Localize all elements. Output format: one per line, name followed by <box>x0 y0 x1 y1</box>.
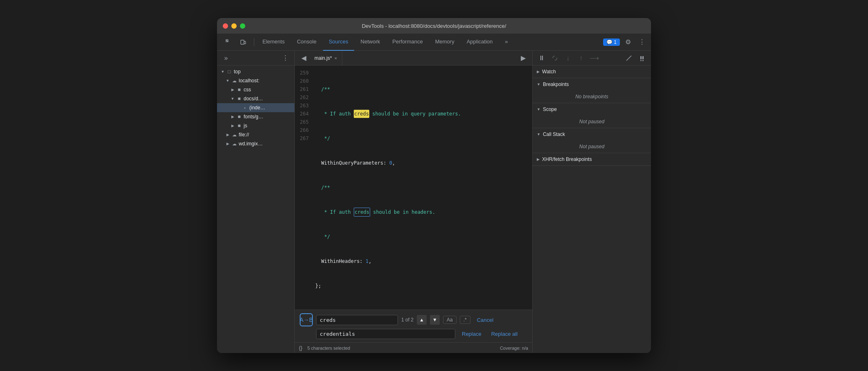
cloud-icon-localhost: ☁ <box>231 77 237 84</box>
tree-arrow-docs: ▼ <box>229 95 236 102</box>
sidebar-label-index: (inde… <box>249 105 265 111</box>
continue-button[interactable]: ⟶ <box>589 53 599 63</box>
pause-button[interactable]: ⏸ <box>537 53 547 63</box>
sidebar-item-fonts[interactable]: ▶ ■ fonts/g… <box>217 112 294 121</box>
find-input[interactable] <box>316 315 398 325</box>
sidebar-item-localhost[interactable]: ▼ ☁ localhost: <box>217 76 294 85</box>
find-replace-bar: A→B 1 of 2 ▲ ▼ Aa .* <box>295 310 532 342</box>
editor-file-tab-label: main.js* <box>314 55 332 61</box>
code-line-267: }; <box>315 282 532 290</box>
find-next-button[interactable]: ▼ <box>430 315 440 325</box>
find-count: 1 of 2 <box>401 317 414 323</box>
sidebar-more-icon[interactable]: » <box>220 52 232 64</box>
close-button[interactable] <box>223 23 228 29</box>
replace-input[interactable] <box>316 329 455 339</box>
device-toolbar-icon[interactable] <box>237 36 249 48</box>
regex-button[interactable]: .* <box>460 316 470 324</box>
status-bar: {} 5 characters selected Coverage: n/a <box>295 342 532 353</box>
tab-application[interactable]: Application <box>461 34 499 51</box>
notification-button[interactable]: 💬 1 <box>603 38 620 46</box>
minimize-button[interactable] <box>231 23 237 29</box>
tab-more[interactable]: » <box>499 34 513 51</box>
replace-button[interactable]: Replace <box>459 329 485 339</box>
sidebar-item-top[interactable]: ▼ □ top <box>217 67 294 76</box>
main-content: » ⋮ ▼ □ top ▼ ☁ localhost: <box>217 51 651 353</box>
sidebar-label-docs: docs/d… <box>244 96 263 102</box>
svg-rect-2 <box>244 41 246 44</box>
sidebar-header: » ⋮ <box>217 51 294 66</box>
curly-braces-icon: {} <box>299 345 303 351</box>
tab-sources[interactable]: Sources <box>323 34 354 51</box>
sidebar-item-file[interactable]: ▶ ☁ file:// <box>217 130 294 139</box>
tree-arrow-file: ▶ <box>224 131 231 138</box>
call-stack-section: ▼ Call Stack Not paused <box>533 128 651 153</box>
tab-bar-divider <box>254 38 254 46</box>
code-area: 259 260 261 262 263 264 265 266 267 /** … <box>295 66 532 310</box>
code-line-259: /** <box>315 85 532 93</box>
breakpoints-arrow-icon: ▼ <box>537 82 540 86</box>
svg-rect-6 <box>642 56 644 59</box>
replace-row: Replace Replace all <box>300 329 527 339</box>
step-out-button[interactable]: ↑ <box>576 53 586 63</box>
editor-nav-icon[interactable]: ◀ <box>298 52 310 64</box>
step-over-button[interactable] <box>550 53 560 63</box>
deactivate-breakpoints-button[interactable] <box>624 53 634 63</box>
tree-arrow-top: ▼ <box>219 68 226 75</box>
sidebar-content: ▼ □ top ▼ ☁ localhost: ▶ ■ css <box>217 66 294 353</box>
sidebar-menu-icon[interactable]: ⋮ <box>280 52 291 64</box>
editor-play-icon[interactable]: ▶ <box>518 52 529 64</box>
scope-section-header[interactable]: ▼ Scope <box>533 103 651 115</box>
tab-elements[interactable]: Elements <box>257 34 290 51</box>
find-prev-button[interactable]: ▲ <box>417 315 427 325</box>
code-line-264: * If auth creds should be in headers. <box>315 208 532 216</box>
code-line-265: */ <box>315 233 532 241</box>
line-numbers: 259 260 261 262 263 264 265 266 267 <box>295 66 312 310</box>
call-stack-section-header[interactable]: ▼ Call Stack <box>533 128 651 140</box>
tab-network[interactable]: Network <box>355 34 386 51</box>
title-bar: DevTools - localhost:8080/docs/devtools/… <box>217 18 651 34</box>
folder-icon-docs: ■ <box>236 95 242 102</box>
breakpoints-section-header[interactable]: ▼ Breakpoints <box>533 78 651 90</box>
tree-arrow-localhost: ▼ <box>224 77 231 84</box>
editor-file-tab[interactable]: main.js* × <box>310 51 342 66</box>
watch-arrow-icon: ▶ <box>537 70 540 74</box>
replace-all-button[interactable]: Replace all <box>488 329 521 339</box>
sidebar-label-localhost: localhost: <box>239 78 260 84</box>
match-case-button[interactable]: Aa <box>443 316 457 324</box>
sidebar-item-js[interactable]: ▶ ■ js <box>217 121 294 130</box>
scope-section-body: Not paused <box>533 115 651 128</box>
editor-close-icon[interactable]: × <box>335 56 337 61</box>
tab-console[interactable]: Console <box>291 34 322 51</box>
inspect-element-icon[interactable] <box>223 36 234 48</box>
find-row: A→B 1 of 2 ▲ ▼ Aa .* <box>300 313 527 326</box>
tab-memory[interactable]: Memory <box>429 34 460 51</box>
sidebar-item-css[interactable]: ▶ ■ css <box>217 85 294 94</box>
xhr-section-header[interactable]: ▶ XHR/fetch Breakpoints <box>533 153 651 165</box>
find-cancel-button[interactable]: Cancel <box>474 315 497 325</box>
tab-performance[interactable]: Performance <box>387 34 428 51</box>
more-menu-icon[interactable]: ⋮ <box>636 36 648 48</box>
sidebar-label-js: js <box>244 123 247 129</box>
find-replace-toggle-button[interactable]: A→B <box>300 313 313 326</box>
step-into-button[interactable]: ↓ <box>563 53 573 63</box>
watch-section-header[interactable]: ▶ Watch <box>533 66 651 78</box>
settings-icon[interactable]: ⚙ <box>622 36 634 48</box>
tree-arrow-imgix: ▶ <box>224 140 231 147</box>
folder-icon: □ <box>226 68 233 75</box>
call-stack-arrow-icon: ▼ <box>537 132 540 136</box>
tab-bar: Elements Console Sources Network Perform… <box>217 34 651 51</box>
code-line-266: WithinHeaders: 1, <box>315 257 532 265</box>
maximize-button[interactable] <box>240 23 245 29</box>
sidebar-label-css: css <box>244 87 251 93</box>
sidebar-label-top: top <box>234 69 241 75</box>
call-stack-section-body: Not paused <box>533 140 651 153</box>
pause-on-exceptions-button[interactable] <box>637 53 647 63</box>
sidebar-item-imgix[interactable]: ▶ ☁ wd.imgix… <box>217 139 294 148</box>
sidebar-item-docs[interactable]: ▼ ■ docs/d… <box>217 94 294 103</box>
sidebar-item-index[interactable]: ▶ ▪ (inde… <box>217 103 294 112</box>
tree-arrow-fonts: ▶ <box>229 113 236 120</box>
window-title: DevTools - localhost:8080/docs/devtools/… <box>362 23 506 29</box>
debug-toolbar: ⏸ ↓ ↑ ⟶ <box>533 51 651 66</box>
watch-section: ▶ Watch <box>533 66 651 78</box>
cloud-icon-imgix: ☁ <box>231 140 237 147</box>
